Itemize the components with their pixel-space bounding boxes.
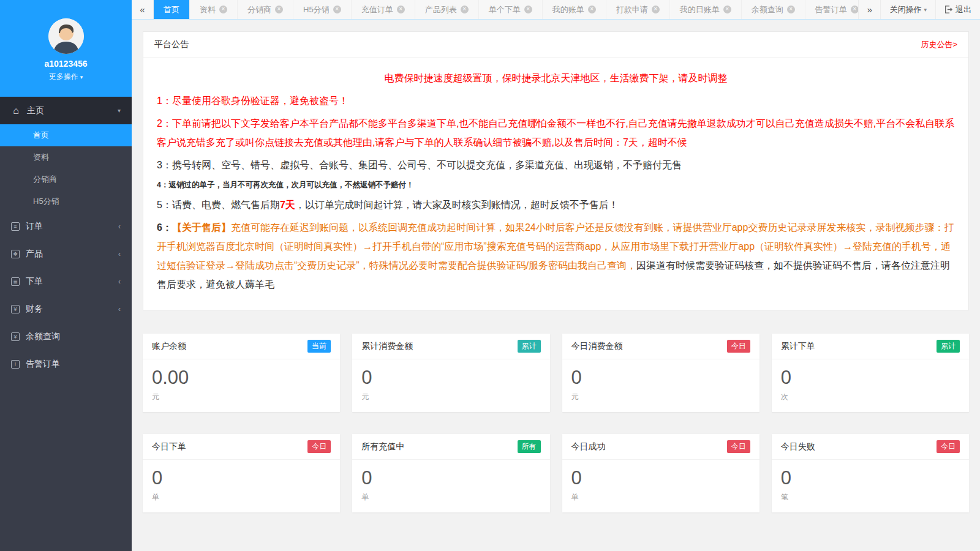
alert-icon: ! [11,360,20,369]
tab-5[interactable]: 产品列表× [415,0,479,19]
announcement-line: 1：尽量使用谷歌身份验证器，避免被盗号！ [157,91,955,110]
announcement-line: 电费保时捷速度超级置顶，保时捷录北京天津地区，生活缴费下架，请及时调整 [157,69,955,88]
stat-card-value: 0 [571,367,750,389]
announcement-panel: 平台公告 历史公告> 电费保时捷速度超级置顶，保时捷录北京天津地区，生活缴费下架… [143,31,969,310]
announcement-segment: 5：话费、电费、燃气售后期 [157,200,280,210]
tab-3[interactable]: H5分销× [293,0,352,19]
tab-label: 余额查询 [752,4,783,15]
tab-4[interactable]: 充值订单× [352,0,415,19]
avatar-image [48,18,84,54]
tab-6[interactable]: 单个下单× [479,0,543,19]
tabs-scroll-left-button[interactable]: « [132,0,154,19]
tab-close-icon[interactable]: × [851,6,859,13]
tab-close-icon[interactable]: × [652,6,660,13]
stat-card-body: 0元 [562,359,760,412]
tab-close-icon[interactable]: × [275,6,283,13]
stats-grid: 账户余额当前0.00元累计消费金额累计0元今日消费金额今日0元累计下单累计0次今… [143,334,969,512]
tab-close-icon[interactable]: × [723,6,731,13]
sidebar-submenu: 首页资料分销商H5分销 [0,124,132,212]
logout-label: 退出 [956,4,971,15]
announcement-line: 2：下单前请把以下文字发给客户本平台产品都不能多平台多渠道下单,也不能自己充值哪… [157,114,955,152]
sidebar-item-1[interactable]: ≡订单‹ [0,212,132,240]
more-actions-dropdown[interactable]: 更多操作▾ [49,72,83,82]
sidebar-subitem-0[interactable]: 首页 [0,124,132,146]
sidebar-item-6[interactable]: !告警订单 [0,350,132,378]
stat-card-title: 累计消费金额 [361,341,413,352]
announcement-segment: 电费保时捷速度超级置顶，保时捷录北京天津地区，生活缴费下架，请及时调整 [385,73,728,83]
stat-card-3: 累计下单累计0次 [772,334,969,412]
sidebar-item-5[interactable]: ¥余额查询 [0,323,132,350]
tab-8[interactable]: 打款申请× [606,0,670,19]
tab-close-icon[interactable]: × [397,6,405,13]
sidebar-nav: ⌂主页▾首页资料分销商H5分销≡订单‹❖产品‹≣下单‹¥财务‹¥余额查询!告警订… [0,97,132,551]
sidebar-item-2[interactable]: ❖产品‹ [0,240,132,268]
tab-2[interactable]: 分销商× [238,0,293,19]
stat-card-badge: 今日 [937,440,960,453]
stat-card-title: 今日下单 [152,441,186,452]
tab-label: 首页 [164,4,179,15]
sidebar-item-label: 余额查询 [26,331,60,342]
sidebar-item-4[interactable]: ¥财务‹ [0,295,132,323]
stat-card-body: 0.00元 [143,359,340,412]
close-operations-dropdown[interactable]: 关闭操作▾ [880,0,935,19]
tab-1[interactable]: 资料× [190,0,238,19]
balance-icon: ¥ [11,332,20,341]
tabs-scroll-right-button[interactable]: » [858,0,880,19]
double-chevron-left-icon: « [140,4,145,15]
announcement-body: 电费保时捷速度超级置顶，保时捷录北京天津地区，生活缴费下架，请及时调整1：尽量使… [143,58,968,310]
stat-card-header: 今日下单今日 [143,434,340,460]
sidebar-subitem-2[interactable]: 分销商 [0,168,132,190]
tab-label: 资料 [200,4,216,15]
tab-9[interactable]: 我的日账单× [670,0,742,19]
stat-card-unit: 单 [152,492,331,503]
logout-button[interactable]: 退出 [935,0,980,19]
stat-card-title: 今日成功 [571,441,606,452]
stat-card-0: 账户余额当前0.00元 [143,334,340,412]
stat-card-unit: 单 [361,492,540,503]
stat-card-body: 0单 [562,460,760,512]
username: a10123456 [44,59,87,69]
tab-close-icon[interactable]: × [588,6,596,13]
tab-list: 首页资料×分销商×H5分销×充值订单×产品列表×单个下单×我的账单×打款申请×我… [154,0,858,19]
home-icon: ⌂ [11,105,21,116]
stat-card-body: 0次 [772,359,969,412]
sidebar-subitem-1[interactable]: 资料 [0,146,132,168]
tab-label: 分销商 [247,4,271,15]
announcement-segment: 7天 [280,200,295,210]
announcement-segment: ，以订单完成时间起计算，请大家及时核实到账情况，超时反馈不予售后！ [295,200,619,210]
more-actions-label: 更多操作 [49,72,78,81]
stat-card-unit: 元 [571,392,750,402]
stat-card-unit: 笔 [781,492,960,503]
tab-close-icon[interactable]: × [787,6,795,13]
tab-close-icon[interactable]: × [333,6,341,13]
tab-close-icon[interactable]: × [219,6,227,13]
stat-card-unit: 元 [361,392,540,402]
tab-close-icon[interactable]: × [524,6,532,13]
tab-0[interactable]: 首页 [154,0,190,19]
stat-card-badge: 今日 [727,440,750,453]
tab-close-icon[interactable]: × [461,6,469,13]
sidebar-item-label: 财务 [26,304,43,315]
announcement-line: 4：返销过的单子，当月不可再次充值，次月可以充值，不然返销不予赔付！ [157,178,955,192]
tab-10[interactable]: 余额查询× [742,0,805,19]
stat-card-title: 账户余额 [152,341,186,352]
announcement-segment: 4：返销过的单子，当月不可再次充值，次月可以充值，不然返销不予赔付！ [157,181,413,189]
sidebar-subitem-3[interactable]: H5分销 [0,190,132,212]
stat-card-badge: 累计 [518,340,541,353]
stat-card-unit: 元 [152,392,331,402]
history-announcements-link[interactable]: 历史公告> [921,39,957,50]
announcement-segment: 3：携号转网、空号、错号、虚拟号、合账号、集团号、公司号、不可以提交充值，多渠道… [157,160,682,170]
sidebar-item-3[interactable]: ≣下单‹ [0,268,132,295]
stat-card-header: 今日失败今日 [772,434,969,460]
tab-7[interactable]: 我的账单× [543,0,606,19]
tab-label: 我的账单 [552,4,584,15]
sidebar-item-0[interactable]: ⌂主页▾ [0,97,132,124]
announcement-segment: 6： [157,222,172,233]
stat-card-title: 今日失败 [781,441,815,452]
tab-11[interactable]: 告警订单× [805,0,859,19]
tab-label: 产品列表 [425,4,457,15]
avatar[interactable] [48,18,84,54]
stat-card-badge: 今日 [307,440,331,453]
stat-card-title: 今日消费金额 [571,341,623,352]
sidebar-item-label: 主页 [27,105,44,116]
